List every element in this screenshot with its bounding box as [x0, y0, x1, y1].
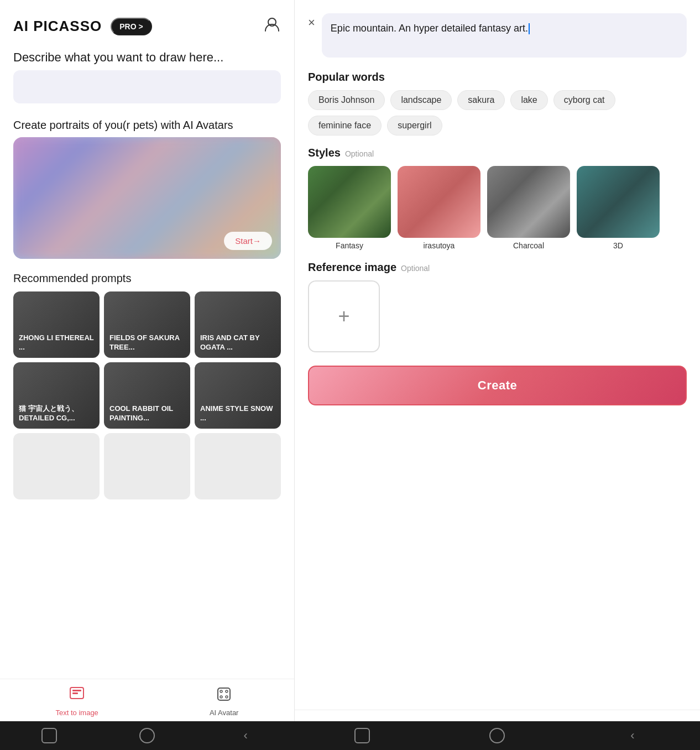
prompt-card-text: FIELDS OF SAKURA TREE...: [109, 334, 185, 352]
tag-chip-landscape[interactable]: landscape: [390, 90, 452, 110]
describe-input[interactable]: [13, 70, 281, 103]
system-back-button[interactable]: ‹: [238, 728, 253, 743]
prompts-grid: ZHONG LI ETHEREAL ... FIELDS OF SAKURA T…: [13, 291, 281, 499]
prompt-card-text: ZHONG LI ETHEREAL ...: [19, 334, 94, 352]
prompt-card[interactable]: 猫 宇宙人と戦う、DETAILED CG,...: [13, 362, 100, 429]
describe-label: Describe what you want to draw here...: [13, 50, 281, 65]
start-button[interactable]: Start→: [224, 232, 272, 250]
style-thumb-charcoal: [487, 166, 570, 238]
styles-optional: Optional: [345, 149, 374, 158]
tag-chip-boris-johnson[interactable]: Boris Johnson: [308, 90, 385, 110]
style-thumb-irasutoya: [398, 166, 480, 238]
styles-grid: Fantasy irasutoya Charcoal 3D: [308, 166, 687, 250]
popular-tags: Boris Johnson landscape sakura lake cybo…: [308, 90, 687, 136]
system-nav-left: ‹: [0, 721, 295, 750]
style-item-3d[interactable]: 3D: [577, 166, 660, 250]
text-to-image-icon: [69, 686, 85, 706]
bottom-nav-left: Text to image AI Avatar: [0, 679, 294, 721]
prompt-card-text: COOL RABBIT OIL PAINTING...: [109, 404, 185, 423]
header: AI PICASSO PRO >: [0, 0, 294, 46]
ai-avatar-icon: [216, 686, 232, 706]
reference-optional: Optional: [401, 264, 430, 273]
style-thumb-fantasy: [308, 166, 391, 238]
avatars-section: Create portraits of you(r pets) with AI …: [0, 114, 294, 265]
system-square-button-right[interactable]: [354, 728, 370, 743]
describe-section: Describe what you want to draw here...: [0, 46, 294, 114]
prompt-card[interactable]: ANIME STYLE SNOW ...: [195, 362, 281, 429]
system-square-button[interactable]: [41, 728, 57, 743]
reference-section: Reference image Optional +: [295, 257, 700, 359]
recommended-label: Recommended prompts: [13, 272, 281, 285]
tag-chip-supergirl[interactable]: supergirl: [387, 116, 442, 136]
prompt-card-stub: [104, 433, 190, 499]
reference-label: Reference image: [308, 261, 396, 274]
input-section: × Epic mountain. An hyper detailed fanta…: [295, 0, 700, 66]
system-circle-button-right[interactable]: [489, 728, 505, 743]
left-panel: AI PICASSO PRO > Describe what you want …: [0, 0, 295, 721]
prompt-card-stub: [13, 433, 100, 499]
avatars-label: Create portraits of you(r pets) with AI …: [13, 119, 281, 132]
nav-label-ai-avatar: AI Avatar: [210, 709, 239, 717]
styles-label: Styles: [308, 147, 341, 159]
style-item-fantasy[interactable]: Fantasy: [308, 166, 391, 250]
svg-point-6: [226, 690, 228, 692]
nav-item-ai-avatar[interactable]: AI Avatar: [210, 686, 239, 717]
tag-chip-lake[interactable]: lake: [510, 90, 547, 110]
create-section: Create: [295, 359, 700, 414]
style-item-charcoal[interactable]: Charcoal: [487, 166, 570, 250]
system-nav-bar: ‹ ‹: [0, 721, 700, 750]
popular-label: Popular words: [308, 71, 687, 84]
style-name-fantasy: Fantasy: [336, 241, 363, 250]
svg-point-5: [220, 690, 222, 692]
system-circle-button[interactable]: [139, 728, 155, 743]
pro-badge[interactable]: PRO >: [111, 18, 152, 35]
style-item-irasutoya[interactable]: irasutoya: [398, 166, 480, 250]
cursor: [529, 23, 530, 34]
prompt-card[interactable]: COOL RABBIT OIL PAINTING...: [104, 362, 190, 429]
nav-item-text-to-image[interactable]: Text to image: [56, 686, 98, 717]
prompt-card-text: ANIME STYLE SNOW ...: [200, 404, 275, 423]
system-nav-right: ‹: [295, 721, 700, 750]
add-icon: +: [338, 305, 349, 328]
close-button[interactable]: ×: [308, 15, 315, 30]
app-logo: AI PICASSO: [13, 18, 102, 35]
style-name-charcoal: Charcoal: [513, 241, 544, 250]
tag-chip-cyborg-cat[interactable]: cyborg cat: [553, 90, 615, 110]
svg-point-7: [220, 696, 222, 698]
input-text-content: Epic mountain. An hyper detailed fantasy…: [331, 23, 528, 34]
text-input-box[interactable]: Epic mountain. An hyper detailed fantasy…: [322, 13, 687, 58]
style-thumb-3d: [577, 166, 660, 238]
system-back-button-right[interactable]: ‹: [625, 728, 640, 743]
svg-rect-4: [218, 688, 230, 700]
prompt-card[interactable]: FIELDS OF SAKURA TREE...: [104, 291, 190, 358]
bottom-nav-right: [295, 710, 700, 721]
styles-header: Styles Optional: [308, 147, 687, 159]
tag-chip-sakura[interactable]: sakura: [457, 90, 505, 110]
svg-point-8: [226, 696, 228, 698]
style-name-3d: 3D: [613, 241, 623, 250]
user-icon[interactable]: [263, 15, 281, 37]
reference-upload-button[interactable]: +: [308, 280, 380, 352]
prompt-card[interactable]: IRIS AND CAT BY OGATA ...: [195, 291, 281, 358]
styles-section: Styles Optional Fantasy irasutoya Charco…: [295, 142, 700, 257]
prompt-card-text: 猫 宇宙人と戦う、DETAILED CG,...: [19, 404, 94, 423]
tag-chip-feminine-face[interactable]: feminine face: [308, 116, 382, 136]
nav-label-text-to-image: Text to image: [56, 709, 98, 717]
avatar-banner: Start→: [13, 137, 281, 259]
right-panel: × Epic mountain. An hyper detailed fanta…: [295, 0, 700, 721]
style-name-irasutoya: irasutoya: [424, 241, 455, 250]
create-button[interactable]: Create: [308, 366, 687, 405]
popular-section: Popular words Boris Johnson landscape sa…: [295, 66, 700, 142]
recommended-section: Recommended prompts ZHONG LI ETHEREAL ..…: [0, 265, 294, 679]
svg-rect-3: [72, 692, 78, 694]
prompt-card[interactable]: ZHONG LI ETHEREAL ...: [13, 291, 100, 358]
reference-header: Reference image Optional: [308, 261, 687, 274]
prompt-card-stub: [195, 433, 281, 499]
svg-rect-2: [72, 690, 81, 691]
prompt-card-text: IRIS AND CAT BY OGATA ...: [200, 334, 275, 352]
